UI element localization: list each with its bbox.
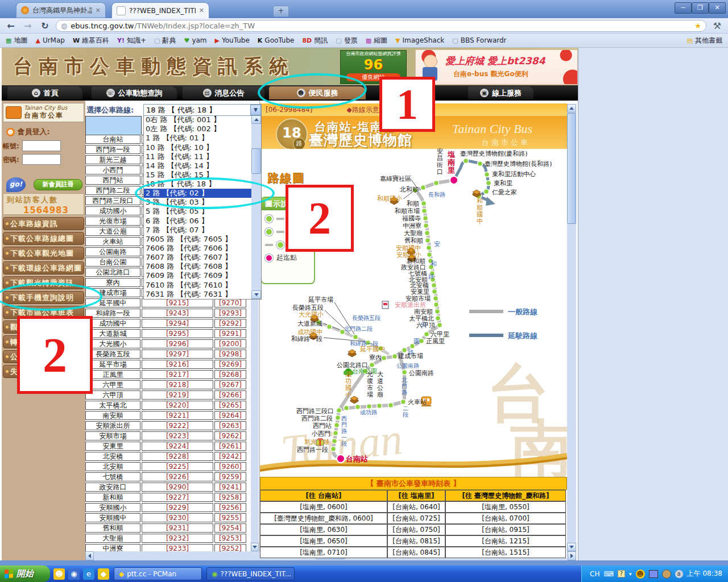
sidebar-item[interactable]: 下載環線公車路網圖 <box>3 261 84 275</box>
taskbar-task-1[interactable]: ◉???WEB_INDEX_TIT... <box>206 567 295 580</box>
internet-explorer-icon[interactable]: e <box>83 568 94 580</box>
stop-code-cell: [9258] <box>214 493 246 502</box>
stop-name-cell: 長榮路五段 <box>85 350 140 359</box>
bookmark-item[interactable]: ▢辭典 <box>154 36 176 45</box>
route-option[interactable]: 7631 路 【代碼: 7631 】 <box>144 290 251 299</box>
stop-code-cell: [9290] <box>142 483 213 492</box>
dropdown-scrollbar[interactable] <box>251 115 261 299</box>
scroll-down-icon[interactable] <box>251 290 261 299</box>
scroll-up-icon[interactable] <box>567 104 576 113</box>
scroll-left-icon[interactable] <box>85 551 94 560</box>
msn-tray-icon[interactable]: ☻ <box>636 569 645 579</box>
youtube-icon: ▶ <box>215 37 220 44</box>
login-go-button[interactable]: go! <box>6 177 26 192</box>
route-option[interactable]: 14 路 【代碼: 14 】 <box>144 161 251 171</box>
scroll-right-icon[interactable] <box>568 551 576 560</box>
stop-code-cell: [9259] <box>214 472 246 481</box>
route-option[interactable]: 7609 路 【代碼: 7609 】 <box>144 271 251 280</box>
password-input[interactable] <box>22 154 61 165</box>
bookmark-item[interactable]: ♥yam <box>184 36 207 44</box>
chevron-down-icon[interactable]: ▼ <box>250 105 261 115</box>
minimize-button[interactable]: ─ <box>675 2 692 14</box>
route-select[interactable]: 18 路 【 代碼: 18 】 ▼ <box>143 104 262 116</box>
browser-tab-2[interactable]: ???WEB_INDEX_TITLE??? ✕ <box>111 2 209 18</box>
close-button[interactable]: ✕ <box>709 2 726 14</box>
account-input[interactable] <box>22 140 61 151</box>
wrench-icon[interactable]: ⚒ <box>711 20 723 31</box>
bookmark-item[interactable]: ▢發票 <box>336 36 357 45</box>
nav-tab-2[interactable]: ▤消息公告 <box>183 86 264 99</box>
taskbar-task-0[interactable]: ◆ptt.cc - PCMan <box>114 567 202 580</box>
stop-code-cell: [9231] <box>142 523 213 533</box>
route-option[interactable]: 7608 路 【代碼: 7608 】 <box>144 262 251 271</box>
bookmark-item[interactable]: 8D簡訊 <box>302 36 328 45</box>
bookmark-item[interactable]: ▢BBS Forwardr <box>452 36 506 44</box>
forward-icon[interactable]: → <box>22 20 34 31</box>
sidebar-item[interactable]: 公車路線資訊 <box>3 217 84 230</box>
pcman-icon[interactable]: ◆ <box>98 568 109 580</box>
route-option[interactable]: 7605 路 【代碼: 7605 】 <box>144 235 251 244</box>
other-bookmarks[interactable]: ▤ 其他書籤 <box>687 36 722 45</box>
antivirus-icon[interactable]: a <box>675 570 683 578</box>
reload-icon[interactable]: ↻ <box>39 20 51 31</box>
route-title-line2: 臺灣歷史博物館 <box>309 131 412 149</box>
browser-icon[interactable]: ◉ <box>68 568 80 580</box>
tray-expand-icon[interactable]: ▾ <box>629 571 632 577</box>
route-option[interactable]: 6 路 【代碼: 06 】 <box>144 217 251 226</box>
restore-button[interactable]: ❐ <box>692 2 709 14</box>
stop-code-cell: [9217] <box>142 370 213 379</box>
timetable: [往 台南站][往 塩南里][往 臺灣歷史博物館_慶和路][塩南里, 0600]… <box>260 490 567 558</box>
bookmark-item[interactable]: ▦地圖 <box>6 36 27 45</box>
start-button[interactable]: 開始 <box>0 566 50 582</box>
msn-icon[interactable]: ☻ <box>53 568 65 580</box>
stop-code-cell: [9264] <box>214 411 246 420</box>
site-logo[interactable]: Tainan City Bus 台南市公車 <box>3 103 84 122</box>
map-frame-scrollbar[interactable] <box>567 104 576 551</box>
stop-code-cell: [9267] <box>214 380 246 389</box>
route-option[interactable]: 1 路 【代碼: 01 】 <box>144 134 251 143</box>
route-option[interactable]: 7 路 【代碼: 07 】 <box>144 226 251 235</box>
bookmark-item[interactable]: ▩縮圖 <box>366 36 387 45</box>
back-icon[interactable]: ← <box>5 20 17 31</box>
bookmark-item[interactable]: ▼ImageShack <box>395 36 444 44</box>
route-option[interactable]: 11 路 【代碼: 11 】 <box>144 152 251 161</box>
url-host: ebus.tncg.gov.tw <box>71 22 134 30</box>
address-bar[interactable]: ◍ ebus.tncg.gov.tw/TNWeb/Index.jsp?local… <box>56 20 706 32</box>
promo-banner[interactable]: 愛上府城 愛上bt2384 台南e-bus 觀光Go便利 <box>415 49 578 85</box>
bookmark-item[interactable]: ▶YouTube <box>215 36 250 44</box>
tab2-close-icon[interactable]: ✕ <box>199 7 204 14</box>
bookmark-item[interactable]: Y!知識+ <box>117 36 146 45</box>
scroll-up-icon[interactable] <box>251 115 261 124</box>
volume-icon[interactable] <box>662 569 671 579</box>
ime-lang[interactable]: CH <box>590 570 599 578</box>
route-option[interactable]: 7607 路 【代碼: 7607 】 <box>144 253 251 262</box>
scroll-down-icon[interactable] <box>251 543 259 551</box>
stop-code-cell: [9216] <box>142 360 213 369</box>
network-icon[interactable] <box>649 570 658 578</box>
route-option[interactable]: 0左 路 【代碼: 002 】 <box>144 124 251 134</box>
nav-tab-0[interactable]: ⌂首頁 <box>7 86 82 99</box>
nav-tab-4[interactable]: ▣線上服務 <box>468 86 533 99</box>
bookmark-star-icon[interactable]: ★ <box>694 22 701 30</box>
scrollbar-thumb[interactable] <box>567 113 576 224</box>
sidebar-item[interactable]: 下載公車觀光地圖 <box>3 247 84 260</box>
bookmark-item[interactable]: KGooTube <box>258 36 295 44</box>
route-option[interactable]: 7606 路 【代碼: 7606 】 <box>144 244 251 253</box>
route-option[interactable]: 10 路 【代碼: 10 】 <box>144 143 251 152</box>
keyboard-icon[interactable]: ⌨ <box>603 570 613 578</box>
route-option[interactable]: 0右 路 【代碼: 001 】 <box>144 115 251 124</box>
route-option[interactable]: 7610 路 【代碼: 7610 】 <box>144 281 251 290</box>
bookmark-item[interactable]: W維基百科 <box>73 36 109 45</box>
tab1-close-icon[interactable]: ✕ <box>96 7 101 14</box>
scrollbar-thumb[interactable] <box>251 148 261 174</box>
browser-tab-1[interactable]: 台灣高鐵早鳥神卦,讓你... ✕ <box>16 2 106 18</box>
nav-tab-1[interactable]: ☏公車動態查詢 <box>92 86 177 99</box>
stop-name-cell: 光復市場 <box>85 217 140 226</box>
ime-help-icon[interactable]: ? <box>618 570 625 577</box>
bookmark-item[interactable]: ▲UrMap <box>35 36 65 44</box>
route-select-value: 18 路 【 代碼: 18 】 <box>144 105 250 115</box>
sidebar-item[interactable]: 下載公車路線總圖 <box>3 232 84 245</box>
new-tab-button[interactable]: + <box>273 6 289 17</box>
scroll-down-icon[interactable] <box>567 543 576 551</box>
register-button[interactable]: 新會員註冊 <box>34 179 82 190</box>
